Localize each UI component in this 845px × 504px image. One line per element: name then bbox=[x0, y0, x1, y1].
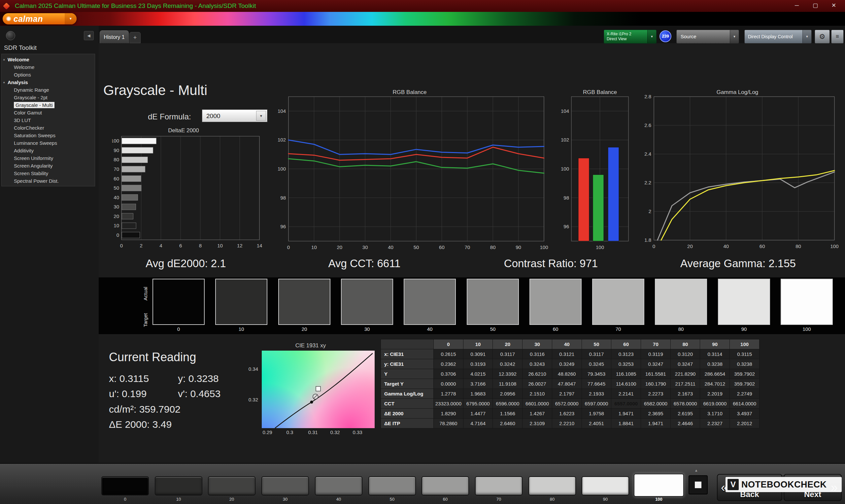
table-cell[interactable]: 4.7164 bbox=[463, 418, 493, 429]
table-cell[interactable]: 0.3121 bbox=[552, 349, 582, 359]
chevron-down-icon[interactable]: ▼ bbox=[256, 111, 266, 121]
table-cell[interactable]: 2.6195 bbox=[670, 409, 700, 418]
table-cell[interactable]: 0.3249 bbox=[552, 359, 582, 369]
table-cell[interactable]: 0.3091 bbox=[463, 349, 493, 359]
pattern-button-80[interactable] bbox=[528, 476, 576, 496]
table-cell[interactable]: 0.3120 bbox=[670, 349, 700, 359]
collapse-sidebar-button[interactable]: ◀ bbox=[84, 31, 94, 40]
pattern-button-90[interactable] bbox=[582, 476, 629, 496]
table-cell[interactable]: 284.7012 bbox=[700, 379, 730, 389]
table-cell[interactable]: 0.0000 bbox=[434, 379, 463, 389]
table-cell[interactable]: 1.6223 bbox=[552, 409, 582, 418]
table-cell[interactable]: 6614.0000 bbox=[730, 399, 759, 409]
pattern-button-70[interactable] bbox=[475, 476, 523, 496]
table-cell[interactable]: 0.3117 bbox=[582, 349, 611, 359]
sidebar-item-spectral-power-dist-[interactable]: Spectral Power Dist. bbox=[2, 177, 95, 185]
meter-count-badge[interactable]: 239 bbox=[659, 30, 671, 42]
de-formula-select[interactable]: 2000 ▼ bbox=[202, 109, 267, 122]
table-cell[interactable]: 2.2749 bbox=[730, 389, 759, 399]
table-cell[interactable]: 286.6654 bbox=[700, 369, 730, 379]
add-tab-button[interactable]: + bbox=[129, 32, 141, 43]
pattern-button-60[interactable] bbox=[422, 476, 469, 496]
table-cell[interactable]: 47.8047 bbox=[552, 379, 582, 389]
table-cell[interactable]: 2.2273 bbox=[641, 389, 671, 399]
table-cell[interactable]: 0.3706 bbox=[434, 369, 463, 379]
table-cell[interactable]: 221.8290 bbox=[670, 369, 700, 379]
sidebar-item-dynamic-range[interactable]: Dynamic Range bbox=[2, 86, 95, 94]
table-cell[interactable]: 0.3242 bbox=[493, 359, 523, 369]
table-cell[interactable]: 6619.0000 bbox=[700, 399, 730, 409]
sidebar-item-colorchecker[interactable]: ColorChecker bbox=[2, 124, 95, 132]
table-cell[interactable]: 1.9683 bbox=[463, 389, 493, 399]
table-cell[interactable]: 0.2615 bbox=[434, 349, 463, 359]
sidebar-item-grayscale-multi[interactable]: Grayscale - Multi bbox=[2, 101, 95, 109]
chevron-up-icon[interactable]: ▴ bbox=[695, 468, 698, 473]
meter-dropdown[interactable]: X-Rite i1Pro 2 Direct View ▼ bbox=[604, 30, 656, 43]
table-cell[interactable]: 0.3116 bbox=[523, 349, 552, 359]
sidebar-item-screen-angularity[interactable]: Screen Angularity bbox=[2, 162, 95, 169]
table-cell[interactable]: 77.6645 bbox=[582, 379, 611, 389]
table-cell[interactable]: 116.1085 bbox=[611, 369, 641, 379]
pattern-button-50[interactable] bbox=[368, 476, 416, 496]
table-cell[interactable]: 11.9108 bbox=[493, 379, 523, 389]
table-cell[interactable]: 26.6210 bbox=[523, 369, 552, 379]
table-cell[interactable]: 1.8290 bbox=[434, 409, 463, 418]
table-cell[interactable]: 2.4646 bbox=[670, 418, 700, 429]
pattern-button-0[interactable] bbox=[101, 476, 149, 496]
table-cell[interactable]: 2.4051 bbox=[582, 418, 611, 429]
chevron-down-icon[interactable]: ▼ bbox=[730, 30, 739, 43]
table-cell[interactable]: 1.9758 bbox=[582, 409, 611, 418]
display-control-dropdown[interactable]: Direct Display Control ▼ bbox=[744, 30, 812, 43]
sidebar-item-options[interactable]: Options bbox=[2, 71, 95, 78]
chevron-down-icon[interactable]: ▼ bbox=[647, 30, 656, 43]
sidebar-item-3d-lut[interactable]: 3D LUT bbox=[2, 116, 95, 124]
table-cell[interactable]: 6572.0000 bbox=[552, 399, 582, 409]
minimize-button[interactable]: ─ bbox=[788, 0, 806, 12]
table-cell[interactable]: 0.3115 bbox=[730, 349, 759, 359]
table-cell[interactable]: 0.3123 bbox=[611, 349, 641, 359]
table-cell[interactable]: 359.7902 bbox=[730, 379, 759, 389]
table-cell[interactable]: 0.3238 bbox=[700, 359, 730, 369]
table-cell[interactable]: 0.3245 bbox=[582, 359, 611, 369]
table-cell[interactable]: 1.4267 bbox=[523, 409, 552, 418]
table-cell[interactable]: 2.1933 bbox=[582, 389, 611, 399]
sidebar-item-screen-uniformity[interactable]: Screen Uniformity bbox=[2, 155, 95, 162]
sidebar-item-screen-stability[interactable]: Screen Stability bbox=[2, 169, 95, 177]
sidebar-item-saturation-sweeps[interactable]: Saturation Sweeps bbox=[2, 132, 95, 139]
table-cell[interactable]: 0.3243 bbox=[523, 359, 552, 369]
table-cell[interactable]: 1.9471 bbox=[641, 418, 671, 429]
table-cell[interactable]: 78.2860 bbox=[434, 418, 463, 429]
pattern-button-100[interactable] bbox=[634, 474, 684, 497]
chevron-down-icon[interactable]: ▼ bbox=[803, 30, 811, 43]
table-cell[interactable]: 2.6460 bbox=[493, 418, 523, 429]
sidebar-item-additivity[interactable]: Additivity bbox=[2, 147, 95, 155]
table-cell[interactable]: 6582.0000 bbox=[641, 399, 671, 409]
table-cell[interactable]: 2.2210 bbox=[552, 418, 582, 429]
table-cell[interactable]: 2.2019 bbox=[700, 389, 730, 399]
table-cell[interactable]: 0.3117 bbox=[493, 349, 523, 359]
table-cell[interactable]: 2.0956 bbox=[493, 389, 523, 399]
table-cell[interactable]: 6597.0000 bbox=[582, 399, 611, 409]
table-cell[interactable]: 1.2778 bbox=[434, 389, 463, 399]
maximize-button[interactable]: ▢ bbox=[806, 0, 825, 12]
table-cell[interactable]: 6578.0000 bbox=[670, 399, 700, 409]
table-cell[interactable]: 1.8841 bbox=[611, 418, 641, 429]
table-cell[interactable]: 6596.0000 bbox=[493, 399, 523, 409]
calman-logo-button[interactable]: ✺ calman ▼ bbox=[3, 13, 76, 24]
table-cell[interactable]: 48.8260 bbox=[552, 369, 582, 379]
table-cell[interactable]: 2.2327 bbox=[700, 418, 730, 429]
pattern-button-10[interactable] bbox=[155, 476, 203, 496]
tree-section-analysis[interactable]: ▴Analysis bbox=[2, 78, 95, 86]
close-button[interactable]: ✕ bbox=[825, 0, 843, 12]
table-cell[interactable]: 0.2362 bbox=[434, 359, 463, 369]
table-cell[interactable]: 2.3695 bbox=[641, 409, 671, 418]
table-cell[interactable]: 2.3109 bbox=[523, 418, 552, 429]
sidebar-item-grayscale-2pt[interactable]: Grayscale - 2pt bbox=[2, 94, 95, 101]
table-cell[interactable]: 0.3247 bbox=[641, 359, 671, 369]
table-cell[interactable]: 0.3119 bbox=[641, 349, 671, 359]
table-cell[interactable]: 4.0215 bbox=[463, 369, 493, 379]
table-cell[interactable]: 0.3238 bbox=[730, 359, 759, 369]
table-cell[interactable]: 26.0027 bbox=[523, 379, 552, 389]
chevron-down-icon[interactable]: ▼ bbox=[65, 13, 76, 24]
table-cell[interactable]: 2.2012 bbox=[730, 418, 759, 429]
